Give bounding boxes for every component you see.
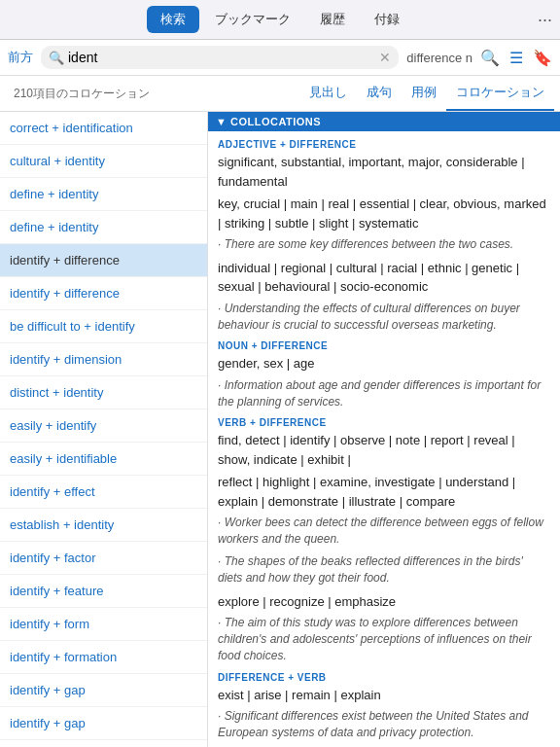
- list-item[interactable]: define + identity: [0, 211, 207, 244]
- list-item[interactable]: define + identity: [0, 178, 207, 211]
- noun-difference-heading: NOUN + DIFFERENCE: [218, 340, 550, 351]
- list-item[interactable]: identify + feature: [0, 575, 207, 608]
- search-input[interactable]: [68, 50, 375, 65]
- list-item[interactable]: identify + difference: [0, 277, 207, 310]
- tab-bookmark[interactable]: ブックマーク: [201, 6, 304, 33]
- example-6: The aim of this study was to explore dif…: [218, 615, 550, 663]
- list-item[interactable]: be difficult to + identify: [0, 310, 207, 343]
- example-1: There are some key differences between t…: [218, 236, 550, 253]
- list-item[interactable]: identify + formation: [0, 641, 207, 674]
- example-3: Information about age and gender differe…: [218, 377, 550, 410]
- tab-headword[interactable]: 見出し: [299, 76, 357, 111]
- search-box: 🔍 ✕: [41, 46, 399, 69]
- back-button[interactable]: 前方: [8, 49, 33, 66]
- search-row: 前方 🔍 ✕ difference n 🔍 ☰ 🔖: [0, 40, 560, 76]
- colloc-words-2: key, crucial | main | real | essential |…: [218, 195, 550, 232]
- colloc-words-8: exist | arise | remain | explain: [218, 686, 550, 705]
- colloc-words-7: explore | recognize | emphasize: [218, 592, 550, 612]
- content-block-1: ADJECTIVE + DIFFERENCE significant, subs…: [208, 131, 560, 747]
- sub-tabs: 210項目のコロケーション 見出し 成句 用例 コロケーション: [0, 76, 560, 112]
- tab-appendix[interactable]: 付録: [361, 6, 413, 33]
- list-item[interactable]: establish + identity: [0, 509, 207, 542]
- list-item[interactable]: identify + form: [0, 608, 207, 641]
- colloc-words-1: significant, substantial, important, maj…: [218, 153, 550, 191]
- diff-verb-heading: DIFFERENCE + VERB: [218, 672, 550, 683]
- list-item[interactable]: cultural + identity: [0, 145, 207, 178]
- list-item[interactable]: identify + gap: [0, 707, 207, 740]
- list-item[interactable]: distinct + identity: [0, 376, 207, 409]
- colloc-words-6: reflect | highlight | examine, investiga…: [218, 473, 550, 511]
- count-label: 210項目のコロケーション: [10, 78, 154, 110]
- list-item-active[interactable]: identify + difference: [0, 244, 207, 277]
- tab-collocation[interactable]: コロケーション: [446, 76, 554, 111]
- search-icon: 🔍: [49, 51, 64, 65]
- colloc-words-3: individual | regional | cultural | racia…: [218, 259, 550, 297]
- colloc-words-4: gender, sex | age: [218, 354, 550, 374]
- list-item[interactable]: correct + identification: [0, 112, 207, 145]
- tab-phrase[interactable]: 成句: [357, 76, 402, 111]
- list-item[interactable]: easily + identify: [0, 409, 207, 443]
- adj-difference-heading: ADJECTIVE + DIFFERENCE: [218, 139, 550, 150]
- list-item[interactable]: identify + gap: [0, 674, 207, 707]
- tab-search[interactable]: 検索: [147, 6, 199, 33]
- bookmark-icon[interactable]: 🔖: [533, 49, 552, 67]
- list-item[interactable]: easily + identifiable: [0, 443, 207, 476]
- clear-search-button[interactable]: ✕: [379, 50, 391, 65]
- example-7: Significant differences exist between th…: [218, 708, 550, 741]
- right-panel: ▼ COLLOCATIONS ADJECTIVE + DIFFERENCE si…: [208, 112, 560, 747]
- example-4: Worker bees can detect the difference be…: [218, 515, 550, 548]
- verb-difference-heading: VERB + DIFFERENCE: [218, 417, 550, 428]
- header-icons: 🔍 ☰ 🔖: [480, 49, 552, 67]
- more-options-button[interactable]: ···: [538, 10, 552, 30]
- list-item[interactable]: identify + dimension: [0, 343, 207, 376]
- tab-example[interactable]: 用例: [402, 76, 446, 111]
- left-panel: correct + identification cultural + iden…: [0, 112, 208, 747]
- main-area: correct + identification cultural + iden…: [0, 112, 560, 747]
- colloc-header-1: ▼ COLLOCATIONS: [208, 112, 560, 131]
- top-nav-bar: 検索 ブックマーク 履歴 付録 ···: [0, 0, 560, 40]
- list-item[interactable]: identify + group: [0, 740, 207, 747]
- example-5: The shapes of the beaks reflected differ…: [218, 553, 550, 587]
- search-icon-right[interactable]: 🔍: [480, 49, 500, 67]
- list-item[interactable]: identify + effect: [0, 476, 207, 509]
- menu-icon[interactable]: ☰: [509, 49, 523, 67]
- word-display: difference n: [406, 51, 472, 65]
- tab-history[interactable]: 履歴: [306, 6, 359, 33]
- colloc-words-5: find, detect | identify | observe | note…: [218, 431, 550, 469]
- example-2: Understanding the effects of cultural di…: [218, 301, 550, 334]
- list-item[interactable]: identify + factor: [0, 542, 207, 575]
